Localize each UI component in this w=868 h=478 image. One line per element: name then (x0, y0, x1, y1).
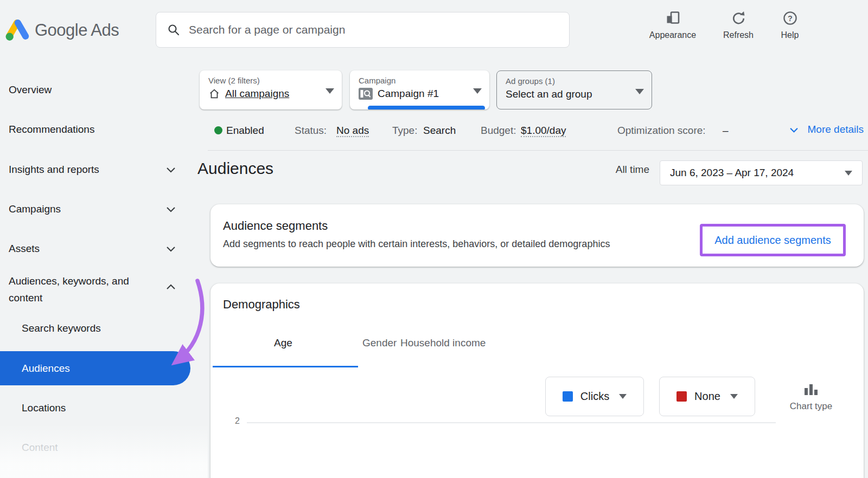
sidebar-item-campaigns[interactable]: Campaigns (9, 202, 61, 217)
campaign-filter-dropdown[interactable]: Campaign Campaign #1 (350, 70, 489, 109)
primary-metric-value: Clicks (580, 390, 609, 403)
chevron-up-icon (166, 284, 176, 290)
global-search[interactable] (156, 12, 570, 48)
appearance-button[interactable]: Appearance (637, 11, 708, 40)
sidebar-item-search-keywords[interactable]: Search keywords (22, 321, 101, 336)
refresh-label: Refresh (723, 30, 754, 40)
campaign-filter-value: Campaign #1 (378, 88, 439, 100)
dropdown-caret-icon (635, 89, 644, 94)
ad-group-filter-value: Select an ad group (506, 88, 592, 100)
date-range-preset-label: All time (616, 164, 649, 176)
dropdown-caret-icon (845, 171, 852, 176)
search-input[interactable] (189, 23, 558, 36)
chevron-down-icon (789, 127, 799, 133)
sidebar-item-locations[interactable]: Locations (22, 401, 66, 416)
sidebar-item-audiences-selected[interactable]: Audiences (0, 351, 190, 385)
chevron-down-icon (166, 206, 176, 212)
view-filter-dropdown[interactable]: View (2 filters) All campaigns (200, 70, 342, 109)
campaign-selected-indicator (368, 106, 485, 109)
budget-value: $1.00/day (521, 124, 566, 138)
status-label: Status: (295, 124, 327, 138)
chart-type-label: Chart type (790, 401, 832, 412)
secondary-metric-dropdown[interactable]: None (659, 377, 755, 416)
bar-chart-icon (804, 382, 818, 397)
ad-group-filter-dropdown[interactable]: Ad groups (1) Select an ad group (496, 70, 652, 109)
refresh-icon (731, 11, 746, 25)
dropdown-caret-icon (619, 394, 627, 399)
add-audience-segments-highlight-box: Add audience segments (700, 224, 846, 256)
sidebar-item-insights-reports[interactable]: Insights and reports (9, 162, 99, 177)
dropdown-caret-icon (326, 88, 334, 94)
primary-metric-dropdown[interactable]: Clicks (545, 377, 644, 416)
audience-segments-title: Audience segments (223, 219, 328, 233)
type-value: Search (423, 124, 456, 138)
optimization-score-label: Optimization score: (617, 124, 706, 138)
dropdown-caret-icon (473, 88, 482, 94)
section-divider (208, 150, 868, 151)
tab-gender[interactable]: Gender (362, 337, 397, 349)
chart-gridline (247, 422, 776, 423)
help-button[interactable]: ? Help (755, 11, 825, 40)
sidebar-item-recommendations[interactable]: Recommendations (9, 122, 94, 137)
budget-label: Budget: (481, 124, 516, 138)
campaign-icon (359, 88, 373, 100)
tab-household-income[interactable]: Household income (400, 337, 486, 349)
more-details-label: More details (808, 124, 864, 135)
help-label: Help (781, 30, 799, 40)
dropdown-caret-icon (730, 394, 738, 399)
search-icon (167, 23, 180, 36)
brand-title: Google Ads (35, 21, 119, 40)
date-range-picker[interactable]: Jun 6, 2023 – Apr 17, 2024 (660, 160, 863, 185)
sidebar-item-overview[interactable]: Overview (9, 82, 52, 98)
add-audience-segments-button[interactable]: Add audience segments (714, 234, 831, 247)
more-details-button[interactable]: More details (789, 124, 864, 135)
demographics-title: Demographics (223, 298, 300, 312)
metric-color-swatch-blue (563, 391, 573, 402)
svg-text:?: ? (788, 14, 793, 23)
campaign-filter-label: Campaign (359, 76, 481, 85)
optimization-score-value: – (723, 124, 729, 138)
secondary-metric-value: None (694, 390, 720, 403)
view-filter-label: View (2 filters) (208, 76, 333, 85)
chart-type-button[interactable]: Chart type (784, 382, 838, 412)
demographics-card: Demographics Age Gender Household income… (210, 283, 864, 478)
y-axis-tick: 2 (230, 416, 240, 426)
home-icon (208, 88, 220, 100)
chevron-down-icon (166, 166, 176, 173)
metric-color-swatch-red (676, 391, 687, 402)
enabled-status-dot (214, 126, 222, 134)
view-filter-value: All campaigns (225, 88, 289, 100)
active-tab-indicator (213, 366, 358, 367)
status-value: No ads (336, 124, 369, 138)
audience-segments-description: Add segments to reach people with certai… (223, 238, 610, 250)
ad-group-filter-label: Ad groups (1) (506, 76, 643, 86)
google-ads-logo (5, 17, 29, 41)
type-label: Type: (392, 124, 417, 138)
tab-age[interactable]: Age (274, 337, 292, 349)
sidebar-item-audiences-keywords-content[interactable]: Audiences, keywords, and content (9, 273, 158, 306)
page-title: Audiences (197, 159, 273, 178)
help-icon: ? (783, 11, 797, 25)
sidebar-item-content[interactable]: Content (22, 440, 58, 455)
appearance-icon (666, 11, 680, 25)
enabled-status-text: Enabled (226, 124, 264, 138)
audience-segments-card: Audience segments Add segments to reach … (210, 204, 864, 267)
sidebar-item-assets[interactable]: Assets (9, 241, 40, 256)
chevron-down-icon (166, 246, 176, 252)
date-range-value: Jun 6, 2023 – Apr 17, 2024 (670, 167, 794, 179)
appearance-label: Appearance (649, 30, 696, 40)
